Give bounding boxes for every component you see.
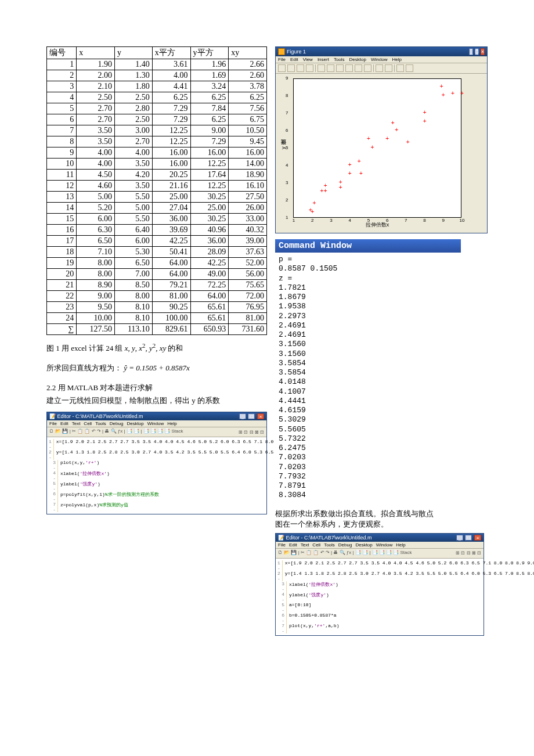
regression-equation: 所求回归直线方程为： ŷ = 0.1505 + 0.8587x bbox=[46, 363, 267, 373]
menu-item[interactable]: Cell bbox=[84, 421, 92, 426]
menu-item[interactable]: Desktop bbox=[355, 542, 372, 548]
matlab-figure-window: Figure 1 _ □ × FileEditViewInsertToolsDe… bbox=[275, 46, 488, 233]
menu-item[interactable]: Window bbox=[147, 421, 164, 426]
data-point: + bbox=[358, 159, 361, 164]
data-table: 编号xyx平方y平方xy 11.901.403.611.962.6622.001… bbox=[46, 46, 267, 335]
menu-item[interactable]: Text bbox=[301, 542, 309, 548]
data-point: + bbox=[367, 136, 370, 142]
table-row: 239.508.1090.2565.6176.95 bbox=[47, 302, 267, 313]
menu-item[interactable]: Debug bbox=[338, 542, 352, 548]
data-point: + bbox=[440, 84, 443, 89]
table-row: 73.503.0012.259.0010.50 bbox=[47, 125, 267, 136]
scatter-plot: 拉伸倍数x 强度y 12345678910123456789++++++++++… bbox=[293, 78, 461, 218]
data-point: + bbox=[311, 209, 314, 215]
table-row: 187.105.3050.4128.0937.63 bbox=[47, 247, 267, 258]
matlab-editor-2: 📝 Editor - C:\MATLAB7\work\Untitled.m _ … bbox=[275, 533, 484, 636]
menu-item[interactable]: Edit bbox=[290, 57, 298, 62]
paragraph: 根据所求出系数做出拟合直线。拟合直线与散点 图在一个坐标系内，更方便观察。 bbox=[275, 509, 488, 530]
maximize-icon[interactable]: □ bbox=[465, 535, 472, 541]
minimize-icon[interactable]: _ bbox=[456, 535, 463, 541]
table-row: 156.005.5036.0030.2533.00 bbox=[47, 214, 267, 225]
menu-item[interactable]: Help bbox=[392, 57, 401, 62]
menu-item[interactable]: Window bbox=[371, 57, 387, 62]
close-icon[interactable]: × bbox=[481, 48, 485, 55]
close-icon[interactable]: × bbox=[474, 535, 481, 541]
table-header: y bbox=[114, 47, 152, 59]
table-row: 42.502.506.256.256.25 bbox=[47, 92, 267, 103]
table-header: 编号 bbox=[47, 47, 77, 59]
menu-item[interactable]: File bbox=[49, 421, 57, 426]
menu-item[interactable]: View bbox=[303, 57, 313, 62]
editor-menu[interactable]: FileEditTextCellToolsDebugDesktopWindowH… bbox=[276, 542, 484, 549]
editor-menu[interactable]: FileEditTextCellToolsDebugDesktopWindowH… bbox=[47, 420, 266, 427]
matlab-editor-1: 📝 Editor - C:\MATLAB7\work\Untitled.m _ … bbox=[46, 412, 267, 514]
data-point: + bbox=[423, 118, 427, 124]
editor-titlebar[interactable]: 📝 Editor - C:\MATLAB7\work\Untitled.m _ … bbox=[47, 412, 266, 420]
table-row: 83.502.7012.257.299.45 bbox=[47, 136, 267, 147]
table-header: y平方 bbox=[190, 47, 229, 59]
menu-item[interactable]: Edit bbox=[289, 542, 297, 548]
menu-item[interactable]: Help bbox=[396, 542, 405, 548]
table-row: 2410.008.10100.0065.6181.00 bbox=[47, 313, 267, 324]
menu-item[interactable]: Tools bbox=[324, 542, 335, 548]
menu-item[interactable]: Window bbox=[376, 542, 392, 548]
table-row: 114.504.2020.2517.6418.90 bbox=[47, 170, 267, 181]
close-icon[interactable]: × bbox=[257, 413, 264, 419]
menu-item[interactable]: Tools bbox=[95, 421, 106, 426]
table-row: 94.004.0016.0016.0016.00 bbox=[47, 147, 267, 159]
table-row: 104.003.5016.0012.2514.00 bbox=[47, 159, 267, 170]
data-point: + bbox=[385, 136, 389, 142]
data-point: + bbox=[348, 171, 352, 177]
command-title: Command Window bbox=[275, 239, 461, 253]
table-row: 229.008.0081.0064.0072.00 bbox=[47, 291, 267, 302]
menu-item[interactable]: Cell bbox=[312, 542, 320, 548]
menu-item[interactable]: File bbox=[278, 542, 286, 548]
table-row: 62.702.507.296.256.75 bbox=[47, 114, 267, 125]
maximize-icon[interactable]: □ bbox=[248, 413, 255, 419]
data-point: + bbox=[451, 91, 454, 96]
x-axis-label: 拉伸倍数x bbox=[294, 221, 461, 229]
menu-item[interactable]: Desktop bbox=[349, 57, 366, 62]
table-row: 22.001.304.001.692.60 bbox=[47, 70, 267, 81]
table-row: 32.101.804.413.243.78 bbox=[47, 81, 267, 92]
menu-item[interactable]: File bbox=[278, 57, 286, 62]
figure-menu[interactable]: FileEditViewInsertToolsDesktopWindowHelp bbox=[276, 56, 487, 63]
data-point: + bbox=[320, 188, 323, 194]
data-point: + bbox=[442, 92, 445, 98]
figure-titlebar[interactable]: Figure 1 _ □ × bbox=[276, 47, 487, 56]
minimize-icon[interactable]: _ bbox=[469, 48, 473, 55]
data-point: + bbox=[406, 139, 410, 145]
table-row: 11.901.403.611.962.66 bbox=[47, 59, 267, 70]
menu-item[interactable]: Edit bbox=[60, 421, 68, 426]
section-body: 建立一元线性回归模型，绘制散点图，得出 y 的系数 bbox=[46, 395, 267, 406]
menu-item[interactable]: Desktop bbox=[127, 421, 143, 426]
data-point: + bbox=[423, 110, 427, 116]
data-point: + bbox=[395, 127, 398, 133]
figure-caption: 图 1 用 excel 计算 24 组 x, y, x2, y2, xy 的和 bbox=[46, 342, 267, 354]
data-point: + bbox=[324, 188, 327, 194]
editor-toolbar[interactable]: 🗋 📂 💾 | ✂ 📋 📋 ↶ ↷ | 🖶 🔍 ƒx | 📑 📑 | 📑 📑 📑… bbox=[47, 427, 266, 437]
figure-icon bbox=[278, 48, 285, 55]
menu-item[interactable]: Text bbox=[72, 421, 81, 426]
minimize-icon[interactable]: _ bbox=[239, 413, 246, 419]
menu-item[interactable]: Debug bbox=[110, 421, 124, 426]
figure-toolbar[interactable] bbox=[276, 63, 487, 74]
editor-toolbar[interactable]: 🗋 📂 💾 | ✂ 📋 📋 ↶ ↷ | 🖶 🔍 ƒx | 📑 📑 | 📑 📑 📑… bbox=[276, 549, 484, 559]
menu-item[interactable]: Help bbox=[167, 421, 176, 426]
table-header: xy bbox=[229, 47, 267, 59]
table-row: 52.702.807.297.847.56 bbox=[47, 103, 267, 114]
data-point: + bbox=[348, 162, 352, 168]
data-point: + bbox=[339, 185, 342, 190]
menu-item[interactable]: Tools bbox=[334, 57, 345, 62]
menu-item[interactable]: Insert bbox=[317, 57, 329, 62]
data-point: + bbox=[460, 91, 464, 96]
data-point: + bbox=[370, 145, 374, 150]
editor-titlebar[interactable]: 📝 Editor - C:\MATLAB7\work\Untitled.m _ … bbox=[276, 534, 484, 542]
command-window: Command Window p = 0.8587 0.1505z = 1.78… bbox=[275, 239, 461, 503]
maximize-icon[interactable]: □ bbox=[475, 48, 479, 55]
table-row: 208.007.0064.0049.0056.00 bbox=[47, 269, 267, 280]
table-row: 218.908.5079.2172.2575.65 bbox=[47, 280, 267, 291]
table-row: 198.006.5064.0042.2552.00 bbox=[47, 258, 267, 269]
command-output: p = 0.8587 0.1505z = 1.7821 1.8679 1.953… bbox=[275, 253, 461, 503]
table-row: 166.306.4039.6940.9640.32 bbox=[47, 225, 267, 236]
